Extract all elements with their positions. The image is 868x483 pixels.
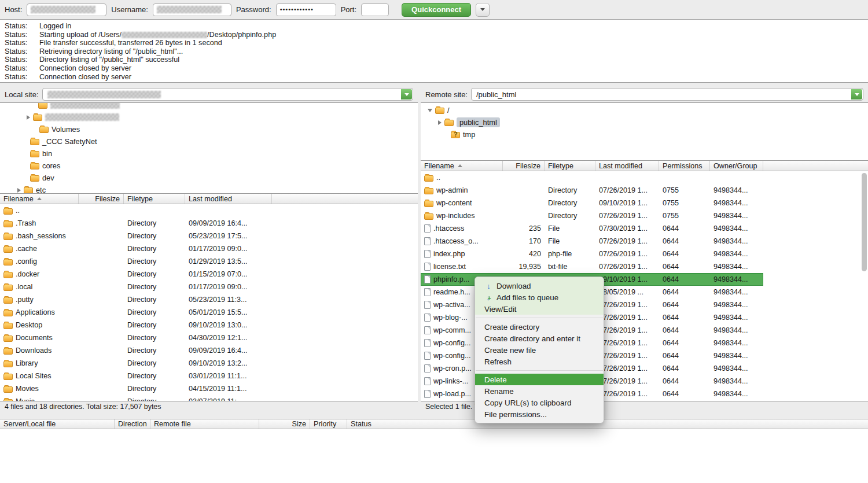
chevron-down-icon[interactable] bbox=[851, 89, 862, 99]
column-header-lastmodified[interactable]: Last modified bbox=[595, 161, 659, 171]
menu-item-create-directory[interactable]: Create directory bbox=[475, 321, 604, 333]
host-input[interactable] bbox=[27, 3, 106, 16]
local-tree: Volumes _CCC SafetyNet bin cores dev etc bbox=[0, 102, 418, 194]
file-row[interactable]: Downloads Directory 09/09/2019 16:4... bbox=[0, 344, 418, 357]
tree-item[interactable] bbox=[0, 111, 418, 123]
file-row[interactable]: Desktop Directory 09/10/2019 13:0... bbox=[0, 319, 418, 331]
file-icon bbox=[424, 326, 431, 334]
file-row[interactable]: .putty Directory 05/23/2019 11:3... bbox=[0, 293, 418, 306]
file-row[interactable]: Movies Directory 04/15/2019 11:1... bbox=[0, 382, 418, 395]
file-row[interactable]: Music Directory 03/07/2019 11:... bbox=[0, 395, 418, 401]
file-row[interactable]: .. bbox=[421, 171, 763, 184]
chevron-down-icon[interactable] bbox=[401, 89, 412, 99]
file-icon bbox=[424, 352, 431, 360]
menu-item-create-new-file[interactable]: Create new file bbox=[475, 344, 604, 356]
file-row[interactable]: wp-content Directory 09/10/2019 1... 075… bbox=[421, 197, 763, 209]
column-header-remotefile[interactable]: Remote file bbox=[150, 419, 259, 429]
column-header-filesize[interactable]: Filesize bbox=[79, 194, 124, 204]
file-row[interactable]: .local Directory 01/17/2019 09:0... bbox=[0, 281, 418, 293]
file-row[interactable]: wp-admin Directory 07/26/2019 1... 0755 … bbox=[421, 184, 763, 197]
file-row[interactable]: Library Directory 09/10/2019 13:2... bbox=[0, 357, 418, 370]
file-row[interactable]: .htaccess 235 File 07/30/2019 1... 0644 … bbox=[421, 222, 763, 235]
menu-item-download[interactable]: ↓Download bbox=[475, 280, 604, 292]
menu-item-refresh[interactable]: Refresh bbox=[475, 356, 604, 367]
folder-icon bbox=[38, 102, 47, 109]
column-header-filename[interactable]: Filename bbox=[421, 161, 503, 171]
tree-item[interactable]: public_html bbox=[421, 116, 868, 128]
tree-item[interactable] bbox=[0, 102, 418, 111]
menu-item-rename[interactable]: Rename bbox=[475, 385, 604, 397]
column-header-filename[interactable]: Filename bbox=[0, 194, 79, 204]
tree-item[interactable]: tmp bbox=[421, 128, 868, 141]
tree-item[interactable]: bin bbox=[0, 148, 418, 160]
file-row[interactable]: .Trash Directory 09/09/2019 16:4... bbox=[0, 217, 418, 230]
local-site-row: Local site: bbox=[0, 86, 418, 102]
file-row[interactable]: Documents Directory 04/30/2019 12:1... bbox=[0, 331, 418, 344]
redacted-host bbox=[31, 6, 95, 13]
tree-item[interactable]: / bbox=[421, 104, 868, 116]
expander-icon[interactable] bbox=[17, 188, 21, 193]
column-header-filesize[interactable]: Filesize bbox=[503, 161, 545, 171]
column-header-filetype[interactable]: Filetype bbox=[545, 161, 595, 171]
menu-item-create-directory-enter[interactable]: Create directory and enter it bbox=[475, 333, 604, 344]
expander-icon[interactable] bbox=[438, 120, 442, 125]
menu-item-delete[interactable]: Delete bbox=[475, 374, 604, 385]
file-icon bbox=[3, 259, 13, 266]
quickconnect-button[interactable]: Quickconnect bbox=[402, 3, 471, 17]
local-pane: Local site: Volumes _CCC SafetyNet bin c… bbox=[0, 86, 418, 411]
quickconnect-dropdown-button[interactable] bbox=[476, 3, 490, 17]
column-header-size[interactable]: Size bbox=[259, 419, 310, 429]
sort-ascending-icon bbox=[458, 164, 462, 167]
tree-item[interactable]: Volumes bbox=[0, 123, 418, 135]
file-row[interactable]: .docker Directory 01/15/2019 07:0... bbox=[0, 268, 418, 281]
expander-icon[interactable] bbox=[428, 109, 432, 112]
column-header-priority[interactable]: Priority bbox=[310, 419, 347, 429]
tree-item[interactable]: etc bbox=[0, 184, 418, 194]
column-header-direction[interactable]: Direction bbox=[115, 419, 150, 429]
column-header-serverlocalfile[interactable]: Server/Local file bbox=[0, 419, 115, 429]
redacted-folder bbox=[50, 102, 120, 109]
column-header-ownergroup[interactable]: Owner/Group bbox=[710, 161, 763, 171]
column-header-permissions[interactable]: Permissions bbox=[659, 161, 710, 171]
scrollbar-thumb[interactable] bbox=[862, 173, 867, 271]
password-input[interactable]: •••••••••••• bbox=[276, 3, 336, 16]
file-icon bbox=[3, 348, 13, 355]
menu-item-file-permissions[interactable]: File permissions... bbox=[475, 408, 604, 420]
folder-icon bbox=[24, 187, 33, 194]
file-row[interactable]: license.txt 19,935 txt-file 07/26/2019 1… bbox=[421, 260, 763, 273]
file-row[interactable]: .. bbox=[0, 204, 418, 217]
remote-site-combo[interactable]: /public_html bbox=[471, 88, 863, 101]
redacted-folder bbox=[45, 113, 119, 121]
file-row[interactable]: .config Directory 01/29/2019 13:5... bbox=[0, 255, 418, 268]
file-icon bbox=[424, 275, 431, 283]
column-header-status[interactable]: Status bbox=[347, 419, 868, 429]
file-icon bbox=[3, 335, 13, 342]
column-header-filetype[interactable]: Filetype bbox=[124, 194, 185, 204]
chevron-down-icon bbox=[480, 8, 485, 11]
file-row[interactable]: wp-includes Directory 07/26/2019 1... 07… bbox=[421, 209, 763, 222]
file-row[interactable]: Applications Directory 05/01/2019 15:5..… bbox=[0, 306, 418, 319]
local-site-combo[interactable] bbox=[42, 88, 413, 101]
menu-item-copy-url[interactable]: Copy URL(s) to clipboard bbox=[475, 397, 604, 408]
tree-item[interactable]: _CCC SafetyNet bbox=[0, 135, 418, 148]
file-row[interactable]: index.php 420 php-file 07/26/2019 1... 0… bbox=[421, 248, 763, 260]
tree-item[interactable]: dev bbox=[0, 172, 418, 184]
file-row[interactable]: Local Sites Directory 03/01/2019 11:1... bbox=[0, 370, 418, 382]
column-header-lastmodified[interactable]: Last modified bbox=[185, 194, 272, 204]
folder-icon bbox=[39, 127, 49, 133]
queue-splitter[interactable] bbox=[0, 411, 868, 419]
file-row[interactable]: .htaccess_o... 170 File 07/26/2019 1... … bbox=[421, 235, 763, 248]
file-icon bbox=[424, 237, 431, 245]
username-input[interactable] bbox=[153, 3, 231, 16]
file-row[interactable]: .cache Directory 01/17/2019 09:0... bbox=[0, 242, 418, 255]
file-row[interactable]: .bash_sessions Directory 05/23/2019 17:5… bbox=[0, 230, 418, 242]
status-line: Status:Directory listing of "/public_htm… bbox=[5, 56, 863, 64]
menu-item-view-edit[interactable]: View/Edit bbox=[475, 303, 604, 315]
port-input[interactable] bbox=[361, 3, 389, 16]
tree-item[interactable]: cores bbox=[0, 160, 418, 172]
scrollbar[interactable] bbox=[860, 172, 867, 400]
folder-icon bbox=[435, 108, 444, 114]
expander-icon[interactable] bbox=[27, 115, 30, 120]
local-status-bar: 4 files and 18 directories. Total size: … bbox=[0, 401, 418, 411]
menu-item-add-files-to-queue[interactable]: ↓+Add files to queue bbox=[475, 292, 604, 303]
